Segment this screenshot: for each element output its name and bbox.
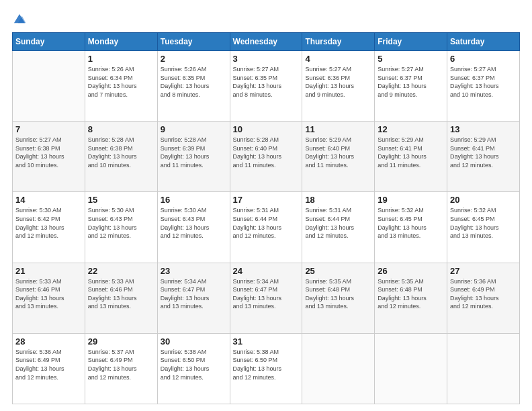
cell-info: Sunrise: 5:35 AM Sunset: 6:48 PM Dayligh…	[305, 277, 371, 311]
calendar-cell: 6Sunrise: 5:27 AM Sunset: 6:37 PM Daylig…	[447, 51, 520, 122]
calendar-cell	[13, 51, 85, 122]
calendar-cell	[447, 333, 520, 404]
day-number: 23	[161, 266, 227, 276]
calendar-cell: 9Sunrise: 5:28 AM Sunset: 6:39 PM Daylig…	[157, 122, 230, 192]
cell-info: Sunrise: 5:26 AM Sunset: 6:34 PM Dayligh…	[88, 65, 154, 99]
day-number: 22	[88, 266, 154, 276]
calendar-week-1: 1Sunrise: 5:26 AM Sunset: 6:34 PM Daylig…	[13, 51, 520, 122]
calendar-cell: 26Sunrise: 5:35 AM Sunset: 6:48 PM Dayli…	[375, 263, 447, 333]
calendar-cell: 23Sunrise: 5:34 AM Sunset: 6:47 PM Dayli…	[157, 263, 230, 333]
header	[12, 12, 520, 27]
cell-info: Sunrise: 5:29 AM Sunset: 6:41 PM Dayligh…	[378, 136, 444, 169]
cell-info: Sunrise: 5:33 AM Sunset: 6:46 PM Dayligh…	[15, 277, 82, 311]
calendar-cell: 7Sunrise: 5:27 AM Sunset: 6:38 PM Daylig…	[13, 122, 85, 192]
day-number: 5	[378, 54, 444, 64]
calendar-cell	[375, 333, 447, 404]
days-of-week-row: SundayMondayTuesdayWednesdayThursdayFrid…	[13, 33, 520, 51]
day-number: 19	[378, 195, 444, 205]
cell-info: Sunrise: 5:30 AM Sunset: 6:42 PM Dayligh…	[15, 206, 82, 240]
cell-info: Sunrise: 5:36 AM Sunset: 6:49 PM Dayligh…	[450, 277, 517, 311]
day-number: 9	[161, 124, 227, 134]
calendar-cell: 19Sunrise: 5:32 AM Sunset: 6:45 PM Dayli…	[375, 192, 447, 263]
calendar-cell: 24Sunrise: 5:34 AM Sunset: 6:47 PM Dayli…	[230, 263, 302, 333]
cell-info: Sunrise: 5:36 AM Sunset: 6:49 PM Dayligh…	[15, 348, 82, 381]
day-number: 25	[305, 266, 371, 276]
calendar-cell: 3Sunrise: 5:27 AM Sunset: 6:35 PM Daylig…	[230, 51, 302, 122]
cell-info: Sunrise: 5:38 AM Sunset: 6:50 PM Dayligh…	[233, 348, 300, 381]
cell-info: Sunrise: 5:29 AM Sunset: 6:40 PM Dayligh…	[305, 136, 371, 169]
logo-icon	[12, 12, 27, 27]
calendar-cell: 29Sunrise: 5:37 AM Sunset: 6:49 PM Dayli…	[85, 333, 157, 404]
day-number: 4	[305, 54, 371, 64]
calendar-cell: 4Sunrise: 5:27 AM Sunset: 6:36 PM Daylig…	[302, 51, 375, 122]
calendar-cell: 12Sunrise: 5:29 AM Sunset: 6:41 PM Dayli…	[375, 122, 447, 192]
day-number: 7	[15, 124, 82, 134]
cell-info: Sunrise: 5:28 AM Sunset: 6:39 PM Dayligh…	[161, 136, 227, 169]
cell-info: Sunrise: 5:28 AM Sunset: 6:38 PM Dayligh…	[88, 136, 154, 169]
cell-info: Sunrise: 5:27 AM Sunset: 6:37 PM Dayligh…	[378, 65, 444, 99]
cell-info: Sunrise: 5:30 AM Sunset: 6:43 PM Dayligh…	[88, 206, 154, 240]
calendar-cell: 2Sunrise: 5:26 AM Sunset: 6:35 PM Daylig…	[157, 51, 230, 122]
calendar-cell: 14Sunrise: 5:30 AM Sunset: 6:42 PM Dayli…	[13, 192, 85, 263]
cell-info: Sunrise: 5:27 AM Sunset: 6:36 PM Dayligh…	[305, 65, 371, 99]
day-number: 21	[15, 266, 82, 276]
day-number: 30	[161, 336, 227, 347]
day-number: 11	[305, 124, 371, 134]
cell-info: Sunrise: 5:34 AM Sunset: 6:47 PM Dayligh…	[233, 277, 300, 311]
day-number: 26	[378, 266, 444, 276]
cell-info: Sunrise: 5:30 AM Sunset: 6:43 PM Dayligh…	[161, 206, 227, 240]
day-number: 28	[15, 336, 82, 347]
day-number: 24	[233, 266, 300, 276]
day-number: 1	[88, 54, 154, 64]
day-number: 10	[233, 124, 300, 134]
calendar-cell: 28Sunrise: 5:36 AM Sunset: 6:49 PM Dayli…	[13, 333, 85, 404]
day-number: 20	[450, 195, 517, 205]
day-number: 18	[305, 195, 371, 205]
day-number: 16	[161, 195, 227, 205]
calendar-cell: 1Sunrise: 5:26 AM Sunset: 6:34 PM Daylig…	[85, 51, 157, 122]
day-number: 31	[233, 336, 300, 347]
day-number: 12	[378, 124, 444, 134]
cell-info: Sunrise: 5:34 AM Sunset: 6:47 PM Dayligh…	[161, 277, 227, 311]
calendar-body: 1Sunrise: 5:26 AM Sunset: 6:34 PM Daylig…	[13, 51, 520, 404]
calendar-week-2: 7Sunrise: 5:27 AM Sunset: 6:38 PM Daylig…	[13, 122, 520, 192]
cell-info: Sunrise: 5:28 AM Sunset: 6:40 PM Dayligh…	[233, 136, 300, 169]
cell-info: Sunrise: 5:27 AM Sunset: 6:38 PM Dayligh…	[15, 136, 82, 169]
calendar-cell: 13Sunrise: 5:29 AM Sunset: 6:41 PM Dayli…	[447, 122, 520, 192]
calendar-cell: 8Sunrise: 5:28 AM Sunset: 6:38 PM Daylig…	[85, 122, 157, 192]
calendar-cell: 11Sunrise: 5:29 AM Sunset: 6:40 PM Dayli…	[302, 122, 375, 192]
day-header-thursday: Thursday	[302, 33, 375, 51]
calendar-cell: 5Sunrise: 5:27 AM Sunset: 6:37 PM Daylig…	[375, 51, 447, 122]
calendar-week-4: 21Sunrise: 5:33 AM Sunset: 6:46 PM Dayli…	[13, 263, 520, 333]
day-header-wednesday: Wednesday	[230, 33, 302, 51]
cell-info: Sunrise: 5:31 AM Sunset: 6:44 PM Dayligh…	[233, 206, 300, 240]
day-number: 8	[88, 124, 154, 134]
calendar-cell	[302, 333, 375, 404]
calendar-cell: 25Sunrise: 5:35 AM Sunset: 6:48 PM Dayli…	[302, 263, 375, 333]
cell-info: Sunrise: 5:27 AM Sunset: 6:35 PM Dayligh…	[233, 65, 300, 99]
cell-info: Sunrise: 5:26 AM Sunset: 6:35 PM Dayligh…	[161, 65, 227, 99]
day-header-monday: Monday	[85, 33, 157, 51]
calendar-cell: 17Sunrise: 5:31 AM Sunset: 6:44 PM Dayli…	[230, 192, 302, 263]
day-number: 14	[15, 195, 82, 205]
cell-info: Sunrise: 5:32 AM Sunset: 6:45 PM Dayligh…	[450, 206, 517, 240]
calendar-cell: 27Sunrise: 5:36 AM Sunset: 6:49 PM Dayli…	[447, 263, 520, 333]
calendar-week-5: 28Sunrise: 5:36 AM Sunset: 6:49 PM Dayli…	[13, 333, 520, 404]
calendar-cell: 22Sunrise: 5:33 AM Sunset: 6:46 PM Dayli…	[85, 263, 157, 333]
cell-info: Sunrise: 5:33 AM Sunset: 6:46 PM Dayligh…	[88, 277, 154, 311]
day-header-tuesday: Tuesday	[157, 33, 230, 51]
day-header-sunday: Sunday	[13, 33, 85, 51]
calendar-cell: 10Sunrise: 5:28 AM Sunset: 6:40 PM Dayli…	[230, 122, 302, 192]
day-number: 3	[233, 54, 300, 64]
calendar-cell: 16Sunrise: 5:30 AM Sunset: 6:43 PM Dayli…	[157, 192, 230, 263]
calendar-cell: 31Sunrise: 5:38 AM Sunset: 6:50 PM Dayli…	[230, 333, 302, 404]
day-number: 29	[88, 336, 154, 347]
calendar-cell: 18Sunrise: 5:31 AM Sunset: 6:44 PM Dayli…	[302, 192, 375, 263]
calendar-header: SundayMondayTuesdayWednesdayThursdayFrid…	[13, 33, 520, 51]
cell-info: Sunrise: 5:27 AM Sunset: 6:37 PM Dayligh…	[450, 65, 517, 99]
cell-info: Sunrise: 5:35 AM Sunset: 6:48 PM Dayligh…	[378, 277, 444, 311]
cell-info: Sunrise: 5:31 AM Sunset: 6:44 PM Dayligh…	[305, 206, 371, 240]
day-number: 15	[88, 195, 154, 205]
cell-info: Sunrise: 5:37 AM Sunset: 6:49 PM Dayligh…	[88, 348, 154, 381]
cell-info: Sunrise: 5:29 AM Sunset: 6:41 PM Dayligh…	[450, 136, 517, 169]
